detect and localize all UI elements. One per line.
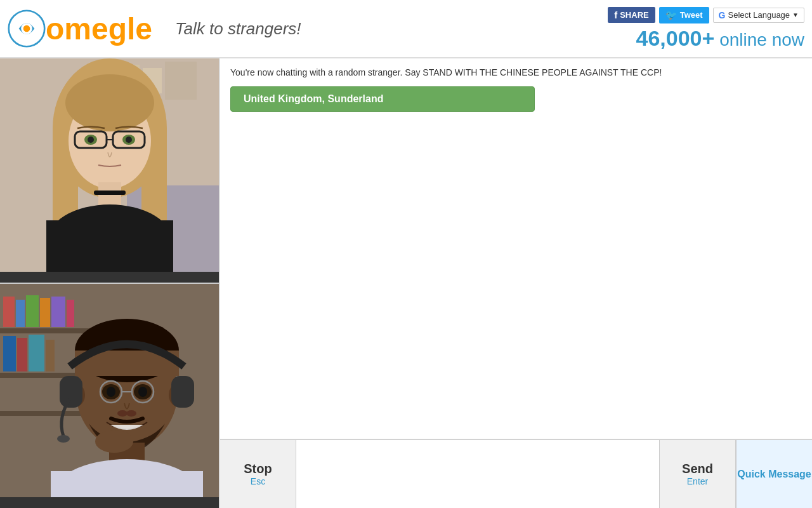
stop-hint: Esc (251, 476, 265, 486)
send-label: Send (682, 462, 713, 476)
svg-rect-23 (46, 220, 173, 272)
twitter-tweet-button[interactable]: 🐦 Tweet (659, 7, 709, 23)
tagline: Talk to strangers! (175, 19, 301, 39)
svg-rect-45 (171, 376, 194, 408)
chat-messages[interactable]: You're now chatting with a random strang… (220, 58, 812, 439)
svg-rect-34 (67, 300, 74, 327)
video-panels (0, 58, 219, 508)
svg-point-49 (107, 387, 115, 397)
svg-point-12 (65, 74, 154, 131)
stop-label: Stop (244, 462, 272, 476)
twitter-icon: 🐦 (665, 10, 678, 21)
google-icon: G (719, 10, 726, 20)
online-label: online now (719, 30, 804, 50)
quick-message-label: Quick Message (737, 469, 811, 480)
translate-label: Select Language (728, 10, 790, 20)
svg-point-54 (117, 410, 128, 417)
svg-point-46 (57, 435, 70, 443)
twitter-label: Tweet (680, 10, 703, 20)
header-right: f SHARE 🐦 Tweet G Select Language ▼ 46,0… (608, 7, 804, 51)
svg-rect-58 (51, 471, 203, 497)
send-hint: Enter (687, 476, 708, 486)
logo-icon (8, 10, 46, 48)
svg-point-19 (126, 137, 132, 143)
svg-rect-38 (46, 340, 55, 371)
translate-chevron-icon: ▼ (792, 11, 799, 18)
google-translate-button[interactable]: G Select Language ▼ (713, 8, 804, 23)
svg-point-55 (126, 410, 136, 417)
facebook-share-button[interactable]: f SHARE (608, 7, 655, 23)
svg-rect-29 (3, 297, 15, 327)
svg-rect-35 (3, 336, 16, 371)
facebook-label: SHARE (620, 10, 649, 20)
svg-point-59 (95, 430, 133, 453)
svg-rect-6 (165, 62, 197, 100)
stop-button[interactable]: Stop Esc (220, 440, 296, 508)
svg-point-18 (88, 137, 94, 143)
location-badge: United Kingdom, Sunderland (230, 86, 535, 112)
svg-point-50 (138, 387, 147, 397)
stranger-video (0, 58, 219, 272)
social-buttons: f SHARE 🐦 Tweet G Select Language ▼ (608, 7, 804, 23)
logo-area: omegle Talk to strangers! (8, 10, 301, 48)
main: You're now chatting with a random strang… (0, 58, 812, 508)
svg-rect-33 (51, 297, 65, 327)
online-count: 46,000+ online now (636, 26, 804, 51)
facebook-icon: f (614, 10, 617, 20)
quick-message-button[interactable]: Quick Message (736, 440, 812, 508)
svg-rect-21 (94, 190, 126, 195)
svg-rect-44 (60, 376, 82, 408)
status-message: You're now chatting with a random strang… (230, 67, 802, 77)
logo-text: omegle (46, 11, 152, 46)
svg-rect-36 (17, 338, 27, 371)
online-number: 46,000+ (636, 26, 714, 50)
logo: omegle (8, 10, 152, 48)
svg-rect-31 (26, 295, 39, 327)
svg-point-2 (23, 25, 30, 32)
my-video (0, 284, 219, 497)
svg-rect-32 (40, 298, 50, 327)
svg-rect-30 (16, 300, 25, 327)
header: omegle Talk to strangers! f SHARE 🐦 Twee… (0, 0, 812, 58)
chat-area: You're now chatting with a random strang… (219, 58, 812, 508)
my-video-panel (0, 284, 219, 508)
input-area: Stop Esc Send Enter Quick Message (220, 439, 812, 508)
message-input[interactable] (296, 440, 660, 508)
svg-rect-37 (29, 335, 44, 371)
stranger-video-panel (0, 58, 219, 284)
send-button[interactable]: Send Enter (660, 440, 736, 508)
